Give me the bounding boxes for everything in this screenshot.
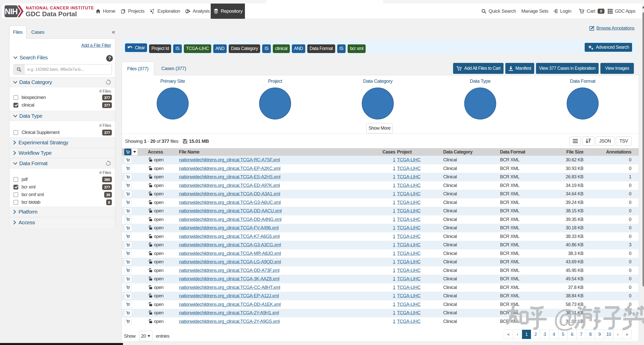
svg-text:@: @: [553, 305, 578, 332]
svg-text:NIH: NIH: [5, 7, 17, 16]
